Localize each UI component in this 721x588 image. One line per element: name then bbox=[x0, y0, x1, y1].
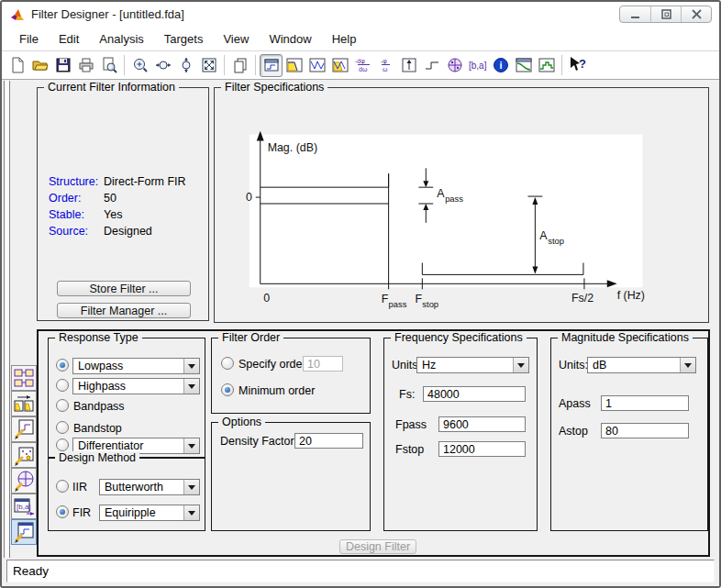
chevron-down-icon[interactable] bbox=[183, 438, 199, 453]
filter-coefficients-icon[interactable]: [b,a] bbox=[466, 54, 489, 77]
iir-method-combo[interactable]: Butterworth bbox=[99, 479, 200, 495]
restore-button[interactable] bbox=[650, 6, 681, 22]
fir-radio[interactable] bbox=[56, 505, 69, 518]
minimum-order-radio[interactable] bbox=[221, 383, 234, 396]
zoom-x-icon[interactable] bbox=[151, 54, 174, 77]
density-factor-input[interactable] bbox=[294, 433, 363, 449]
chevron-down-icon[interactable] bbox=[183, 379, 199, 394]
impulse-response-icon[interactable] bbox=[397, 54, 420, 77]
structure-label: Structure: bbox=[49, 175, 98, 188]
filter-manager-button[interactable]: Filter Manager ... bbox=[57, 303, 191, 318]
menu-targets[interactable]: Targets bbox=[154, 28, 214, 50]
iir-label: IIR bbox=[72, 481, 87, 494]
diagram-apass-base: A bbox=[437, 187, 445, 200]
bandstop-radio[interactable] bbox=[56, 421, 69, 434]
step-response-icon[interactable] bbox=[420, 54, 443, 77]
store-filter-button[interactable]: Store Filter ... bbox=[57, 281, 191, 296]
svg-text:i: i bbox=[499, 60, 502, 71]
fpass-label: Fpass bbox=[395, 418, 427, 431]
filter-specifications-icon[interactable] bbox=[260, 54, 283, 77]
minimize-button[interactable] bbox=[620, 6, 650, 22]
menu-view[interactable]: View bbox=[213, 28, 259, 50]
magnitude-response-estimate-icon[interactable] bbox=[512, 54, 535, 77]
round-off-noise-power-icon[interactable] bbox=[535, 54, 558, 77]
print-icon[interactable] bbox=[74, 54, 97, 77]
new-file-icon[interactable] bbox=[6, 54, 28, 77]
lowpass-radio[interactable] bbox=[56, 359, 69, 372]
frequency-units-value: Hz bbox=[422, 359, 436, 372]
current-filter-info-legend: Current Filter Information bbox=[44, 81, 179, 94]
fstop-input[interactable] bbox=[438, 441, 526, 457]
chevron-down-icon[interactable] bbox=[513, 358, 528, 372]
group-delay-icon[interactable]: -dφdω bbox=[351, 54, 374, 77]
svg-text:-dφ: -dφ bbox=[355, 58, 365, 65]
specify-order-label: Specify order: bbox=[238, 358, 309, 371]
options-legend: Options bbox=[218, 416, 265, 428]
lowpass-combo-value: Lowpass bbox=[78, 360, 123, 372]
design-panel: Response Type Lowpass Highpass Bandpass … bbox=[37, 329, 710, 557]
frequency-specifications-legend: Frequency Specifications bbox=[391, 331, 527, 344]
chevron-down-icon[interactable] bbox=[680, 358, 695, 372]
svg-text:dω: dω bbox=[359, 66, 368, 72]
diagram-fstop-base: F bbox=[415, 293, 422, 305]
chevron-down-icon[interactable] bbox=[183, 480, 199, 494]
svg-text:-φ: -φ bbox=[381, 58, 387, 65]
diagram-x-axis-label: f (Hz) bbox=[617, 289, 645, 302]
zoom-in-icon[interactable] bbox=[128, 54, 151, 77]
open-file-icon[interactable] bbox=[28, 54, 51, 77]
chevron-down-icon[interactable] bbox=[183, 505, 199, 520]
filter-manager-icon[interactable] bbox=[228, 54, 251, 77]
sidebar-realize-model-button[interactable] bbox=[11, 365, 37, 391]
astop-input[interactable] bbox=[601, 423, 689, 438]
magnitude-units-combo[interactable]: dB bbox=[587, 357, 696, 373]
highpass-combo[interactable]: Highpass bbox=[72, 378, 200, 394]
options-group: Options Density Factor: bbox=[211, 422, 371, 531]
specify-order-radio[interactable] bbox=[221, 357, 234, 370]
sidebar-import-filter-button[interactable]: [b,a] bbox=[11, 494, 37, 519]
fpass-input[interactable] bbox=[438, 416, 526, 432]
iir-method-value: Butterworth bbox=[105, 481, 163, 494]
sidebar-splitter[interactable] bbox=[4, 81, 10, 558]
menu-analysis[interactable]: Analysis bbox=[89, 28, 153, 50]
fir-method-combo[interactable]: Equiripple bbox=[99, 505, 200, 521]
diagram-nyquist-label: Fs/2 bbox=[571, 292, 593, 305]
menu-window[interactable]: Window bbox=[259, 28, 321, 50]
magnitude-response-icon[interactable] bbox=[283, 54, 305, 77]
design-filter-button[interactable]: Design Filter bbox=[339, 539, 416, 554]
svg-text:ω: ω bbox=[383, 66, 388, 72]
pole-zero-plot-icon[interactable] bbox=[443, 54, 466, 77]
highpass-radio[interactable] bbox=[56, 379, 69, 392]
sidebar-multirate-filter-button[interactable] bbox=[11, 391, 37, 416]
bandpass-radio[interactable] bbox=[56, 399, 69, 412]
sidebar-quantization-button[interactable] bbox=[11, 442, 37, 468]
differentiator-radio[interactable] bbox=[56, 438, 69, 451]
source-label: Source: bbox=[49, 225, 88, 238]
specify-order-input[interactable] bbox=[303, 356, 343, 372]
lowpass-combo[interactable]: Lowpass bbox=[72, 358, 200, 374]
save-icon[interactable] bbox=[51, 54, 74, 77]
sidebar-pole-zero-editor-button[interactable] bbox=[11, 468, 37, 494]
iir-radio[interactable] bbox=[56, 480, 69, 493]
menu-help[interactable]: Help bbox=[322, 28, 367, 50]
bandstop-label: Bandstop bbox=[73, 422, 122, 435]
menu-edit[interactable]: Edit bbox=[49, 28, 89, 50]
order-value: 50 bbox=[104, 192, 116, 205]
frequency-units-combo[interactable]: Hz bbox=[416, 357, 529, 373]
menu-file[interactable]: File bbox=[9, 28, 49, 50]
sidebar-design-filter-button[interactable] bbox=[11, 519, 37, 545]
sidebar-transform-filter-button[interactable] bbox=[11, 416, 37, 442]
print-preview-icon[interactable] bbox=[97, 54, 120, 77]
full-view-icon[interactable] bbox=[197, 54, 220, 77]
zoom-y-icon[interactable] bbox=[174, 54, 197, 77]
phase-delay-icon[interactable]: -φω bbox=[374, 54, 397, 77]
chevron-down-icon[interactable] bbox=[183, 359, 199, 373]
phase-response-icon[interactable] bbox=[305, 54, 328, 77]
apass-input[interactable] bbox=[601, 395, 689, 411]
magnitude-and-phase-icon[interactable] bbox=[328, 54, 351, 77]
diagram-fstop-sub: stop bbox=[422, 299, 438, 309]
filter-information-icon[interactable]: i bbox=[489, 54, 512, 77]
close-button[interactable] bbox=[681, 6, 711, 22]
magnitude-units-value: dB bbox=[593, 359, 606, 372]
fs-input[interactable] bbox=[423, 386, 526, 402]
context-help-icon[interactable]: ? bbox=[566, 54, 589, 77]
